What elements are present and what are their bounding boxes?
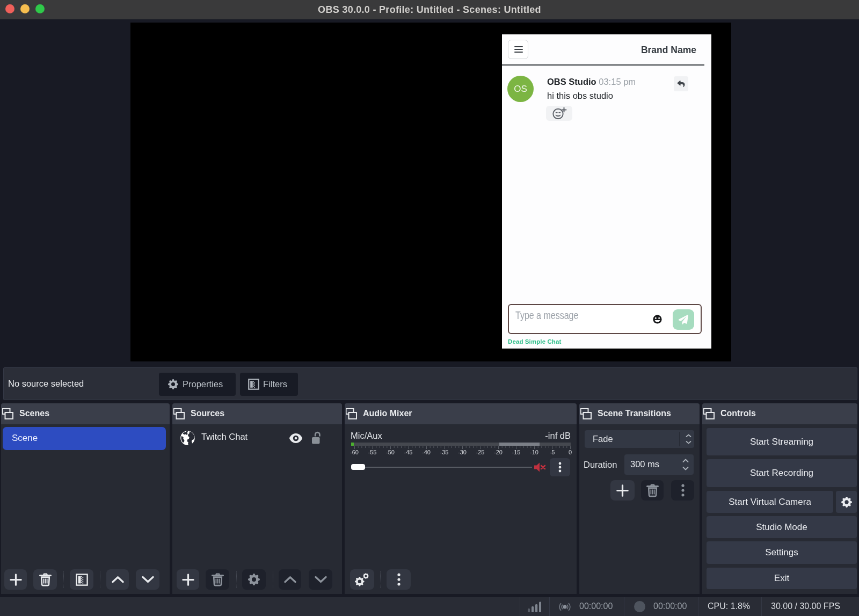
- svg-text:-60: -60: [350, 449, 359, 455]
- svg-text:-55: -55: [368, 449, 377, 455]
- svg-text:-15: -15: [512, 449, 521, 455]
- svg-text:-20: -20: [494, 449, 503, 455]
- svg-text:0: 0: [569, 449, 572, 455]
- svg-text:-30: -30: [458, 449, 467, 455]
- svg-text:-45: -45: [404, 449, 413, 455]
- svg-text:-50: -50: [386, 449, 395, 455]
- svg-text:-10: -10: [530, 449, 538, 455]
- svg-text:-25: -25: [476, 449, 485, 455]
- svg-text:-35: -35: [440, 449, 449, 455]
- svg-text:-40: -40: [422, 449, 431, 455]
- svg-text:-5: -5: [550, 449, 555, 455]
